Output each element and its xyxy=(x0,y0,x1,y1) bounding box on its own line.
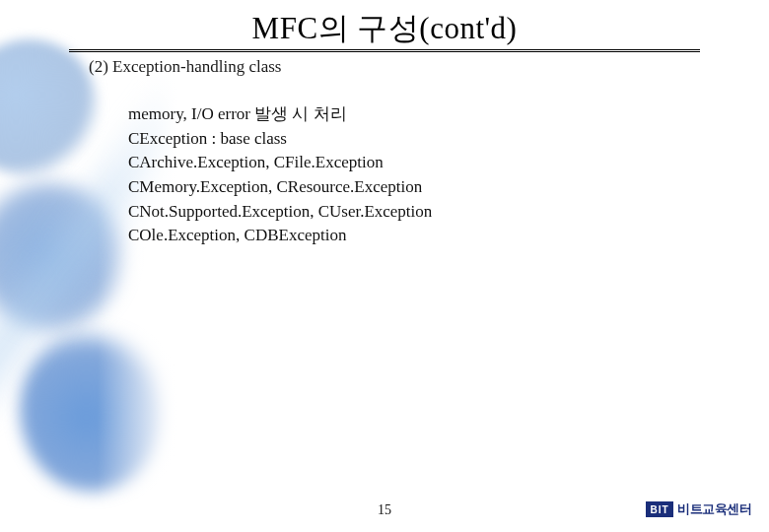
body-line: CException : base class xyxy=(128,127,432,152)
logo-text: 비트교육센터 xyxy=(677,500,751,518)
section-subtitle: (2) Exception-handling class xyxy=(89,57,281,77)
body-line: CMemory.Exception, CResource.Exception xyxy=(128,175,432,200)
slide-title: MFC의 구성(cont'd) xyxy=(252,11,518,45)
body-text-block: memory, I/O error 발생 시 처리 CException : b… xyxy=(128,102,432,248)
title-underline xyxy=(69,49,700,52)
slide-title-row: MFC의 구성(cont'd) xyxy=(0,8,769,49)
slide: MFC의 구성(cont'd) (2) Exception-handling c… xyxy=(0,0,769,532)
body-line: CNot.Supported.Exception, CUser.Exceptio… xyxy=(128,200,432,225)
footer-logo: BIT 비트교육센터 xyxy=(646,500,751,518)
decorative-background xyxy=(0,0,177,532)
body-line: memory, I/O error 발생 시 처리 xyxy=(128,102,432,127)
logo-mark: BIT xyxy=(646,501,673,517)
body-line: COle.Exception, CDBException xyxy=(128,224,432,248)
body-line: CArchive.Exception, CFile.Exception xyxy=(128,151,432,175)
